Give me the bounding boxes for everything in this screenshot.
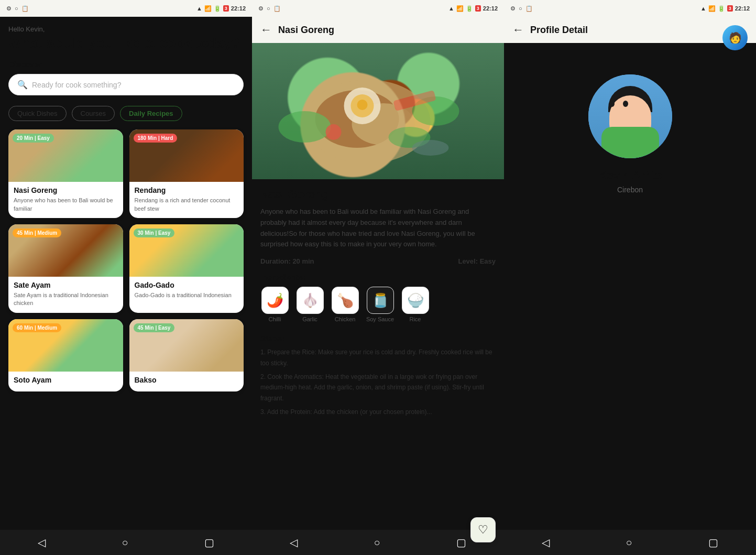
recipe-card-sate[interactable]: 45 Min | Medium Sate Ayam Sate Ayam is a… bbox=[8, 224, 123, 313]
discover-label: Discover bbox=[8, 60, 244, 69]
avatar-eye-right bbox=[623, 101, 628, 107]
back-button-3[interactable]: ← bbox=[512, 23, 524, 37]
home-content: 🧑 Hello Kevin, What would you like to co… bbox=[0, 17, 252, 530]
ingredient-chilli: 🌶️ Chilli bbox=[260, 287, 289, 322]
recipes-grid: 20 Min | Easy Nasi Goreng Anyone who has… bbox=[8, 129, 244, 391]
avatar-character bbox=[588, 74, 672, 158]
nav-back-3[interactable]: ◁ bbox=[542, 536, 550, 549]
recipe-card-gado[interactable]: 30 Min | Easy Gado-Gado Gado-Gado is a t… bbox=[129, 224, 244, 313]
recipe-title-0: Nasi Goreng bbox=[14, 186, 118, 194]
circle-icon-2: ○ bbox=[267, 5, 270, 12]
step-2: 2. Cook the Aromatics: Heat the vegetabl… bbox=[260, 372, 496, 404]
ingredients-label: Ingredients: bbox=[260, 273, 496, 281]
step-3: 3. Add the Protein: Add the chicken (or … bbox=[260, 407, 496, 417]
clipboard-icon-2: 📋 bbox=[273, 5, 281, 12]
nav-square-3[interactable]: ▢ bbox=[708, 536, 718, 549]
recipe-desc-0: Anyone who has been to Bali would be fam… bbox=[14, 197, 118, 213]
recipe-card-nasi-goreng[interactable]: 20 Min | Easy Nasi Goreng Anyone who has… bbox=[8, 129, 123, 218]
ingredient-garlic: 🧄 Garlic bbox=[295, 287, 324, 322]
recipe-card-bakso[interactable]: 45 Min | Easy Bakso bbox=[129, 319, 244, 391]
recipe-card-soto[interactable]: 60 Min | Medium Soto Ayam bbox=[8, 319, 123, 391]
search-icon: 🔍 bbox=[17, 80, 28, 90]
recipe-card-rendang[interactable]: 180 Min | Hard Rendang Rendang is a rich… bbox=[129, 129, 244, 218]
settings-icon-3: ⚙ bbox=[510, 5, 516, 12]
detail-header: ← Nasi Goreng bbox=[252, 17, 504, 43]
filter-daily-recipes[interactable]: Daily Recipes bbox=[120, 106, 182, 121]
garlic-icon: 🧄 bbox=[297, 287, 324, 314]
greeting-text: Hello Kevin, bbox=[8, 25, 244, 33]
wifi-icon-3: ▲ bbox=[700, 5, 706, 12]
heart-fab-button[interactable]: ♡ bbox=[470, 517, 496, 542]
recipe-badge-3: 30 Min | Easy bbox=[134, 228, 175, 237]
svg-point-9 bbox=[326, 124, 342, 140]
recipe-title-2: Sate Ayam bbox=[14, 281, 118, 289]
recipe-badge-0: 20 Min | Easy bbox=[13, 134, 54, 143]
detail-body: Nasi Goreng Anyone who has been to Bali … bbox=[252, 179, 504, 530]
recipe-title-1: Rendang bbox=[135, 186, 239, 194]
recipe-badge-2: 45 Min | Medium bbox=[13, 228, 61, 237]
detail-meta: Duration: 20 min Level: Easy bbox=[260, 257, 496, 265]
recipe-badge-4: 60 Min | Medium bbox=[13, 323, 61, 332]
bottom-nav-1: ◁ ○ ▢ bbox=[0, 530, 252, 555]
search-bar[interactable]: 🔍 Ready for cook something? bbox=[8, 74, 244, 95]
svg-point-6 bbox=[279, 111, 331, 143]
soy-sauce-label: Soy Sauce bbox=[366, 316, 394, 322]
status-bar-3: ⚙ ○ 📋 ▲ 📶 🔋 3 22:12 bbox=[504, 0, 756, 17]
status-bar-2: ⚙ ○ 📋 ▲ 📶 🔋 3 22:12 bbox=[252, 0, 504, 17]
bottom-nav-2: ◁ ○ ▢ bbox=[252, 530, 504, 555]
settings-icon: ⚙ bbox=[6, 5, 12, 12]
nav-square-2[interactable]: ▢ bbox=[456, 536, 466, 549]
recipe-title-3: Gado-Gado bbox=[135, 281, 239, 289]
nav-square-1[interactable]: ▢ bbox=[204, 536, 214, 549]
recipe-description: Anyone who has been to Bali would be fam… bbox=[260, 206, 496, 250]
nav-home-2[interactable]: ○ bbox=[374, 537, 380, 549]
recipe-desc-2: Sate Ayam is a traditional Indonesian ch… bbox=[14, 291, 118, 308]
circle-icon-3: ○ bbox=[519, 5, 522, 12]
battery-icon: 🔋 bbox=[214, 5, 221, 12]
signal-icon-3: 📶 bbox=[708, 5, 716, 12]
avatar-body bbox=[601, 127, 659, 158]
status-time-2: 22:12 bbox=[483, 5, 498, 12]
filter-quick-dishes[interactable]: Quick Dishes bbox=[8, 106, 67, 121]
back-button-2[interactable]: ← bbox=[260, 23, 272, 37]
filter-pills: Quick Dishes Courses Daily Recipes bbox=[8, 106, 244, 121]
soy-sauce-icon: 🫙 bbox=[367, 287, 394, 314]
nav-back-2[interactable]: ◁ bbox=[290, 536, 298, 549]
ingredient-soy-sauce: 🫙 Soy Sauce bbox=[366, 287, 395, 322]
garlic-label: Garlic bbox=[302, 316, 317, 322]
settings-icon-2: ⚙ bbox=[258, 5, 264, 12]
nav-back-1[interactable]: ◁ bbox=[38, 536, 46, 549]
profile-location: Cirebon bbox=[617, 186, 643, 194]
chilli-label: Chilli bbox=[269, 316, 281, 322]
signal-icon: 📶 bbox=[204, 5, 212, 12]
recipe-badge-1: 180 Min | Hard bbox=[134, 134, 178, 143]
rice-label: Rice bbox=[409, 316, 421, 322]
steps-label: Steps: bbox=[260, 334, 496, 343]
level-text: Level: Easy bbox=[458, 257, 496, 265]
svg-point-11 bbox=[412, 140, 449, 156]
nav-home-3[interactable]: ○ bbox=[626, 537, 632, 549]
wifi-icon-2: ▲ bbox=[448, 5, 454, 12]
bottom-nav-3: ◁ ○ ▢ bbox=[504, 530, 756, 555]
status-time: 22:12 bbox=[231, 5, 246, 12]
main-title: What would you like to cook today? bbox=[8, 35, 244, 51]
avatar-eyes bbox=[609, 101, 628, 107]
avatar-eye-left bbox=[609, 101, 615, 107]
recipe-title-4: Soto Ayam bbox=[14, 376, 118, 384]
filter-courses[interactable]: Courses bbox=[72, 106, 115, 121]
recipe-title-5: Bakso bbox=[135, 376, 239, 384]
search-placeholder: Ready for cook something? bbox=[32, 81, 121, 89]
clipboard-icon: 📋 bbox=[21, 5, 29, 12]
battery-icon-2: 🔋 bbox=[466, 5, 473, 12]
recipe-desc-3: Gado-Gado is a traditional Indonesian bbox=[135, 291, 239, 299]
battery-badge: 3 bbox=[223, 5, 229, 12]
recipe-badge-5: 45 Min | Easy bbox=[134, 323, 175, 332]
duration-text: Duration: 20 min bbox=[260, 257, 314, 265]
svg-point-5 bbox=[357, 100, 368, 110]
recipe-detail-title: Nasi Goreng bbox=[260, 188, 496, 201]
profile-page-title: Profile Detail bbox=[530, 25, 588, 36]
detail-hero-image bbox=[252, 43, 504, 179]
wifi-icon: ▲ bbox=[196, 5, 202, 12]
nav-home-1[interactable]: ○ bbox=[122, 537, 128, 549]
status-time-3: 22:12 bbox=[735, 5, 750, 12]
